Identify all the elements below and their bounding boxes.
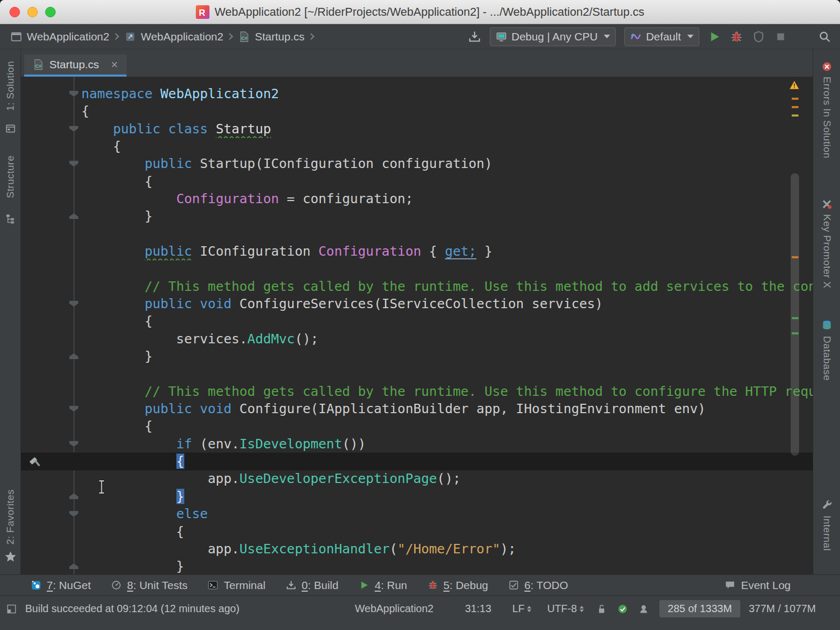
- encoding-widget[interactable]: UTF-8: [547, 603, 584, 615]
- memory-indicator[interactable]: 285 of 1333M: [659, 600, 740, 617]
- analysis-status-icon[interactable]: [617, 604, 628, 614]
- run-button[interactable]: [708, 30, 721, 44]
- code-line[interactable]: if (env.IsDevelopment()): [81, 435, 813, 453]
- sidebar-item-structure[interactable]: Structure: [5, 155, 16, 198]
- code-line[interactable]: services.AddMvc();: [81, 330, 813, 348]
- breadcrumb-label: WebApplication2: [141, 30, 223, 43]
- fold-marker[interactable]: [69, 301, 78, 307]
- code-line[interactable]: {: [81, 173, 813, 191]
- fold-marker[interactable]: [69, 494, 78, 499]
- code-line[interactable]: {: [81, 312, 813, 330]
- breadcrumb-item[interactable]: C#Startup.cs: [238, 30, 304, 43]
- line-ending-widget[interactable]: LF: [512, 603, 531, 615]
- sidebar-item-internal[interactable]: Internal: [821, 516, 833, 551]
- stripe-mark[interactable]: [792, 256, 799, 258]
- hammer-icon[interactable]: [28, 454, 43, 469]
- tool-window-button-debug[interactable]: 5: Debug: [427, 579, 488, 592]
- code-line[interactable]: }: [81, 207, 813, 225]
- zoom-window-button[interactable]: [45, 7, 56, 17]
- code-line[interactable]: {: [81, 102, 813, 120]
- code-line[interactable]: public IConfiguration Configuration { ge…: [81, 243, 813, 260]
- close-window-button[interactable]: [9, 7, 20, 17]
- sidebar-item-database[interactable]: Database: [821, 336, 833, 381]
- stripe-mark[interactable]: [792, 317, 799, 319]
- code-line[interactable]: public class Startup: [81, 120, 813, 138]
- code-line[interactable]: }: [81, 348, 813, 365]
- stripe-mark[interactable]: [792, 98, 799, 100]
- stripe-mark[interactable]: [792, 114, 799, 117]
- tool-window-button-unit-tests[interactable]: 8: Unit Tests: [111, 579, 187, 592]
- code-area[interactable]: namespace WebApplication2{ public class …: [21, 77, 813, 574]
- tool-window-button-todo[interactable]: 6: TODO: [508, 579, 568, 592]
- caret-position-widget[interactable]: 31:13: [465, 603, 491, 615]
- sidebar-item-errors-in-solution[interactable]: Errors In Solution: [821, 77, 833, 159]
- navigation-bar: WebApplication2WebApplication2C#Startup.…: [0, 24, 840, 49]
- tool-window-button-terminal[interactable]: Terminal: [207, 579, 265, 592]
- tool-window-button-run[interactable]: 4: Run: [359, 579, 407, 592]
- star-icon[interactable]: [4, 550, 17, 563]
- tool-window-button-nuget[interactable]: 7: NuGet: [30, 579, 91, 592]
- close-tab-icon[interactable]: [110, 60, 119, 69]
- code-line[interactable]: public void ConfigureServices(IServiceCo…: [81, 295, 813, 313]
- code-line[interactable]: Configuration = configuration;: [81, 190, 813, 208]
- sidebar-item-favorites[interactable]: 2: Favorites: [5, 489, 16, 544]
- code-line[interactable]: [81, 365, 813, 383]
- code-line[interactable]: // This method gets called by the runtim…: [81, 383, 813, 401]
- fold-marker[interactable]: [69, 353, 78, 359]
- code-line[interactable]: public void Configure(IApplicationBuilde…: [81, 400, 813, 418]
- fold-marker[interactable]: [69, 126, 78, 132]
- stripe-mark[interactable]: [792, 106, 799, 108]
- fold-marker[interactable]: [69, 511, 78, 517]
- fold-marker[interactable]: [69, 91, 78, 97]
- search-everywhere-icon[interactable]: [818, 30, 832, 44]
- code-line[interactable]: }: [81, 488, 813, 506]
- breadcrumb-label: WebApplication2: [27, 30, 109, 43]
- fold-marker[interactable]: [69, 213, 78, 219]
- code-line[interactable]: }: [81, 558, 813, 574]
- fold-marker[interactable]: [69, 406, 78, 412]
- code-line[interactable]: else: [81, 505, 813, 523]
- solution-tool-icon[interactable]: [5, 123, 16, 134]
- tab-startup-cs[interactable]: C# Startup.cs: [24, 55, 127, 77]
- tool-window-button-label: 5: Debug: [444, 579, 488, 592]
- code-line[interactable]: // This method gets called by the runtim…: [81, 278, 813, 296]
- breadcrumb-item[interactable]: WebApplication2: [124, 30, 223, 43]
- code-line[interactable]: [81, 225, 813, 243]
- code-line[interactable]: app.UseDeveloperExceptionPage();: [81, 470, 813, 488]
- code-line[interactable]: app.UseExceptionHandler("/Home/Error");: [81, 540, 813, 558]
- code-line[interactable]: {: [81, 523, 813, 541]
- code-line[interactable]: [81, 260, 813, 278]
- run-configuration-selector[interactable]: Debug | Any CPU: [490, 27, 616, 46]
- breadcrumb-item[interactable]: WebApplication2: [10, 30, 109, 43]
- debug-button[interactable]: [730, 30, 743, 44]
- code-line[interactable]: public Startup(IConfiguration configurat…: [81, 155, 813, 173]
- code-line[interactable]: {: [81, 417, 813, 435]
- key-promoter-icon[interactable]: [821, 198, 833, 210]
- bug-icon: [427, 580, 438, 591]
- code-line[interactable]: {: [81, 138, 813, 155]
- coverage-button[interactable]: [752, 30, 765, 44]
- tool-window-toggle-icon[interactable]: [6, 604, 17, 614]
- memory-indicator-secondary[interactable]: 377M / 1077M: [749, 603, 816, 615]
- fold-marker[interactable]: [69, 563, 78, 569]
- structure-icon[interactable]: [5, 213, 16, 225]
- lock-open-icon[interactable]: [596, 604, 607, 614]
- build-icon[interactable]: [468, 30, 481, 44]
- tool-window-button-event-log[interactable]: Event Log: [724, 579, 791, 592]
- errors-icon[interactable]: [821, 61, 833, 72]
- code-line[interactable]: {: [81, 453, 813, 470]
- wrench-icon[interactable]: [821, 499, 833, 510]
- fold-marker[interactable]: [69, 441, 78, 447]
- launch-profile-selector[interactable]: Default: [624, 27, 699, 46]
- chevron-right-icon: [112, 33, 119, 40]
- tool-window-button-build[interactable]: 0: Build: [286, 579, 339, 592]
- inspector-icon[interactable]: [638, 604, 649, 614]
- stop-button[interactable]: [774, 30, 788, 44]
- stripe-mark[interactable]: [792, 332, 799, 334]
- sidebar-item-solution[interactable]: 1: Solution: [5, 61, 16, 111]
- sidebar-item-key-promoter-x[interactable]: Key Promoter X: [821, 214, 833, 288]
- code-line[interactable]: namespace WebApplication2: [81, 85, 813, 103]
- minimize-window-button[interactable]: [27, 7, 38, 17]
- fold-marker[interactable]: [69, 161, 78, 166]
- database-icon[interactable]: [821, 319, 833, 331]
